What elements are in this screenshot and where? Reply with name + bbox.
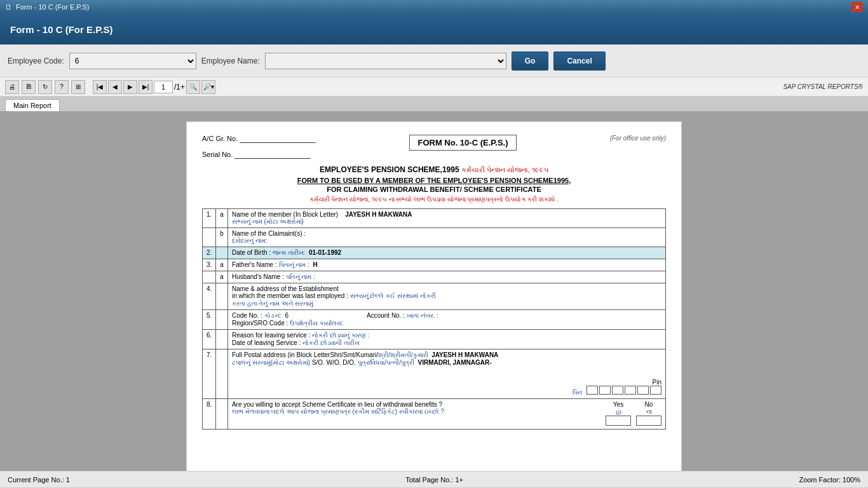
title-bar-icon: 🗋 [5, 3, 12, 11]
table-row: 6. Reason for leaving service : નોકરી છો… [203, 330, 666, 349]
form-title-box: FORM No. 10-C (E.P.S.) [409, 135, 516, 151]
help-button[interactable]: ? [55, 80, 69, 94]
table-row: b Name of the Claimaint(s) : દાવેદારનું … [203, 228, 666, 247]
title-bar: 🗋 Form - 10 C (For E.P.S) ✕ [0, 0, 868, 14]
table-row: 4. Name & address of the Establishment i… [203, 283, 666, 310]
office-note: (For office use only) [610, 135, 666, 142]
form-subtitle2: FOR CLAIMING WITHDRAWAL BENEFIT/ SCHEME … [202, 186, 666, 193]
total-pages: Total Page No.: 1+ [405, 476, 463, 484]
app-title: Form - 10 C (For E.P.S) [10, 24, 112, 35]
app-header: Form - 10 C (For E.P.S) [0, 14, 868, 44]
crystal-reports-label: SAP CRYSTAL REPORTS® [783, 83, 863, 90]
report-content[interactable]: A/C Gr. No. Serial No. FORM No. 10-C (E.… [0, 111, 868, 471]
table-row: 1. a Name of the member (In Block Letter… [203, 209, 666, 228]
acgr-section: A/C Gr. No. Serial No. [202, 135, 316, 159]
go-button[interactable]: Go [512, 51, 549, 71]
last-page-button[interactable]: ▶| [139, 80, 153, 94]
employee-code-select[interactable]: 6 [69, 53, 196, 69]
table-row: 2. Date of Birth : જન્મ તારીખ: 01-01-199… [203, 247, 666, 259]
next-page-button[interactable]: ▶ [123, 80, 137, 94]
form-document: A/C Gr. No. Serial No. FORM No. 10-C (E.… [186, 121, 682, 471]
print2-button[interactable]: 🖹 [22, 80, 36, 94]
table-row: 8. Are you willing to accept Scheme Cert… [203, 399, 666, 430]
table-row: a Husband's Name : પતિનું નામ : [203, 271, 666, 283]
acgr-label: A/C Gr. No. [202, 135, 238, 142]
employee-name-label: Employee Name: [201, 57, 260, 65]
toolbar: Employee Code: 6 Employee Name: Go Cance… [0, 44, 868, 78]
export-button[interactable]: ⊞ [71, 80, 85, 94]
page-navigation: |◀ ◀ ▶ ▶| /1+ 🔍 🔎▾ [93, 80, 215, 94]
form-table: 1. a Name of the member (In Block Letter… [202, 208, 666, 430]
form-header: A/C Gr. No. Serial No. FORM No. 10-C (E.… [202, 135, 666, 159]
current-page: Current Page No.: 1 [8, 476, 70, 484]
report-toolbar-controls: 🖨 🖹 ↻ ? ⊞ |◀ ◀ ▶ ▶| /1+ 🔍 🔎▾ [5, 80, 215, 94]
table-row: 5. Code No. : કોડ નં: 6 Account No. : ખા… [203, 310, 666, 330]
page-suffix: /1+ [174, 83, 185, 92]
first-page-button[interactable]: |◀ [93, 80, 107, 94]
employee-code-label: Employee Code: [8, 57, 64, 65]
main-report-tab[interactable]: Main Report [5, 99, 60, 111]
report-toolbar: 🖨 🖹 ↻ ? ⊞ |◀ ◀ ▶ ▶| /1+ 🔍 🔎▾ SAP CRYSTAL… [0, 78, 868, 97]
prev-page-button[interactable]: ◀ [108, 80, 122, 94]
tab-area: Main Report [0, 97, 868, 111]
zoom-button[interactable]: 🔎▾ [201, 80, 215, 94]
form-subtitle1: FORM TO BE USED BY A MEMBER OF THE EMPLO… [202, 177, 666, 184]
close-button[interactable]: ✕ [851, 2, 863, 12]
table-row: 3. a Father's Name : પિતાનું નામ : H [203, 259, 666, 271]
print-button[interactable]: 🖨 [5, 80, 19, 94]
status-bar: Current Page No.: 1 Total Page No.: 1+ Z… [0, 471, 868, 487]
zoom-factor: Zoom Factor: 100% [799, 476, 860, 484]
refresh-button[interactable]: ↻ [38, 80, 52, 94]
search-button[interactable]: 🔍 [186, 80, 200, 94]
form-heading: EMPLOYEE'S PENSION SCHEME,1995 કર્મચારી … [202, 165, 666, 174]
page-number-input[interactable] [154, 81, 173, 93]
table-row: 7. Full Postal address (in Block LetterS… [203, 349, 666, 399]
cancel-button[interactable]: Cancel [553, 51, 605, 71]
employee-name-select[interactable] [265, 53, 506, 69]
serial-label: Serial No. [202, 151, 233, 158]
form-guj-subtitle: કર્મચારી પેન્શન યોજના, ૧૯૯૫ ના સભ્યો લાભ… [202, 196, 666, 203]
title-bar-text: Form - 10 C (For E.P.S) [16, 3, 89, 11]
